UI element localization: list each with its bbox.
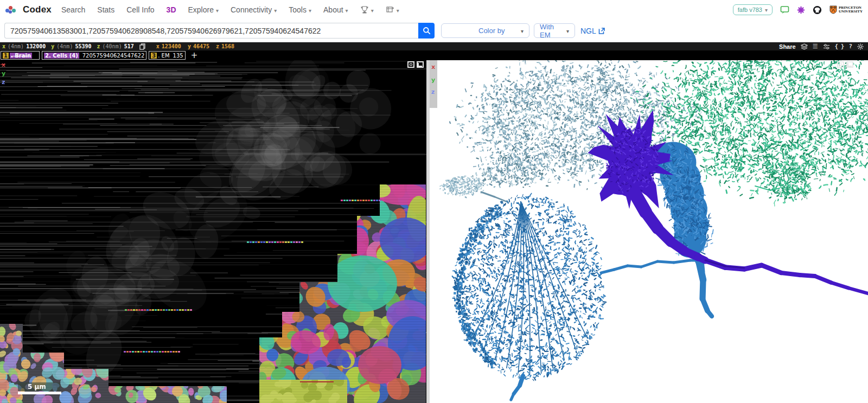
- scale-bar: 5 μm: [18, 381, 61, 394]
- nav-item-stats[interactable]: Stats: [97, 5, 114, 14]
- caret-down-icon: [274, 5, 277, 14]
- codex-app: Codex Search Stats Cell Info 3D Explore …: [0, 0, 868, 403]
- nav-right: fafb v783 PRINCETONUNIVERSITY: [733, 4, 863, 15]
- nav-item-window[interactable]: [386, 5, 399, 14]
- maximize-panel-icon[interactable]: [837, 61, 844, 68]
- settings-sliders-icon[interactable]: [823, 43, 830, 50]
- trophy-icon: [360, 5, 369, 14]
- caret-down-icon: [566, 27, 569, 35]
- caret-down-icon: [309, 5, 311, 14]
- version-select[interactable]: fafb v783: [733, 4, 773, 15]
- maximize-panel-icon[interactable]: [407, 61, 414, 68]
- scale-bar-label: 5 μm: [18, 382, 60, 391]
- nav-item-cell-info[interactable]: Cell Info: [126, 5, 154, 14]
- slack-button[interactable]: [797, 6, 805, 14]
- nav-item-3d[interactable]: 3D: [167, 5, 176, 14]
- search-button[interactable]: [418, 23, 435, 39]
- add-layer-button[interactable]: +: [188, 51, 201, 60]
- switch-layout-icon[interactable]: [846, 61, 853, 68]
- nav-item-explore[interactable]: Explore: [188, 5, 219, 14]
- with-em-select[interactable]: With EM: [534, 23, 575, 38]
- search-input[interactable]: [4, 23, 418, 39]
- 3d-mesh-panel[interactable]: [430, 60, 868, 403]
- scale-bar-rule: [18, 392, 61, 394]
- layer-tab-em[interactable]: 3. EM135: [149, 51, 185, 60]
- layer-tab-cells[interactable]: 2. Cells (4)720575940624547622: [42, 51, 146, 60]
- layer-tab-bar: 1. Brain 2. Cells (4)720575940624547622 …: [0, 50, 868, 60]
- color-by-select[interactable]: Color by: [441, 23, 529, 38]
- window-icon: [386, 6, 394, 14]
- codex-logo[interactable]: Codex: [5, 4, 52, 15]
- caret-down-icon: [765, 7, 768, 13]
- dimension-y[interactable]: y(4nm)55390: [51, 43, 91, 49]
- github-button[interactable]: [813, 5, 822, 15]
- layers-icon[interactable]: [801, 43, 808, 50]
- princeton-logo[interactable]: PRINCETONUNIVERSITY: [829, 5, 863, 14]
- nav-item-tools[interactable]: Tools: [289, 5, 311, 14]
- switch-layout-icon[interactable]: [417, 61, 424, 68]
- gear-icon[interactable]: [857, 43, 864, 50]
- dimension-z[interactable]: z(40nm)517: [97, 43, 134, 49]
- nav-item-connectivity[interactable]: Connectivity: [231, 5, 277, 14]
- dimension-x[interactable]: x(4nm)132000: [2, 43, 46, 49]
- caret-down-icon: [521, 27, 524, 35]
- copy-position-icon[interactable]: [139, 43, 145, 50]
- mouse-position: x123400 y46475 z1568: [152, 43, 234, 49]
- nav-item-leaderboard[interactable]: [360, 5, 374, 14]
- layer-tab-brain[interactable]: 1. Brain: [1, 51, 40, 60]
- caret-down-icon: [397, 5, 399, 14]
- layer-list-icon[interactable]: [813, 43, 818, 50]
- github-icon: [813, 5, 822, 15]
- posbar-actions: Share: [779, 43, 866, 50]
- brand-title: Codex: [23, 4, 52, 15]
- princeton-shield-icon: [829, 5, 837, 14]
- search-icon: [423, 27, 431, 35]
- neuroglancer-viewer: x(4nm)132000 y(4nm)55390 z(40nm)517 x123…: [0, 42, 868, 403]
- nav-item-search[interactable]: Search: [61, 5, 85, 14]
- json-state-icon[interactable]: [835, 43, 844, 50]
- em-slice-panel[interactable]: [0, 60, 426, 403]
- caret-down-icon: [371, 5, 374, 14]
- codex-logo-icon: [5, 5, 18, 15]
- share-button[interactable]: Share: [779, 43, 796, 50]
- feedback-bubble-icon: [780, 5, 789, 14]
- position-bar: x(4nm)132000 y(4nm)55390 z(40nm)517 x123…: [0, 42, 868, 50]
- external-link-icon: [598, 27, 605, 34]
- nav-item-about[interactable]: About: [323, 5, 348, 14]
- nav-menu: Search Stats Cell Info 3D Explore Connec…: [61, 5, 399, 14]
- feedback-button[interactable]: [780, 5, 789, 14]
- slack-icon: [797, 6, 805, 14]
- ngl-link[interactable]: NGL: [580, 27, 605, 35]
- help-icon[interactable]: [848, 43, 852, 50]
- caret-down-icon: [346, 5, 348, 14]
- search-row: Color by With EM NGL: [0, 20, 868, 42]
- caret-down-icon: [216, 5, 219, 14]
- viewer-panels: 5 μm: [0, 60, 868, 403]
- top-nav: Codex Search Stats Cell Info 3D Explore …: [0, 0, 868, 20]
